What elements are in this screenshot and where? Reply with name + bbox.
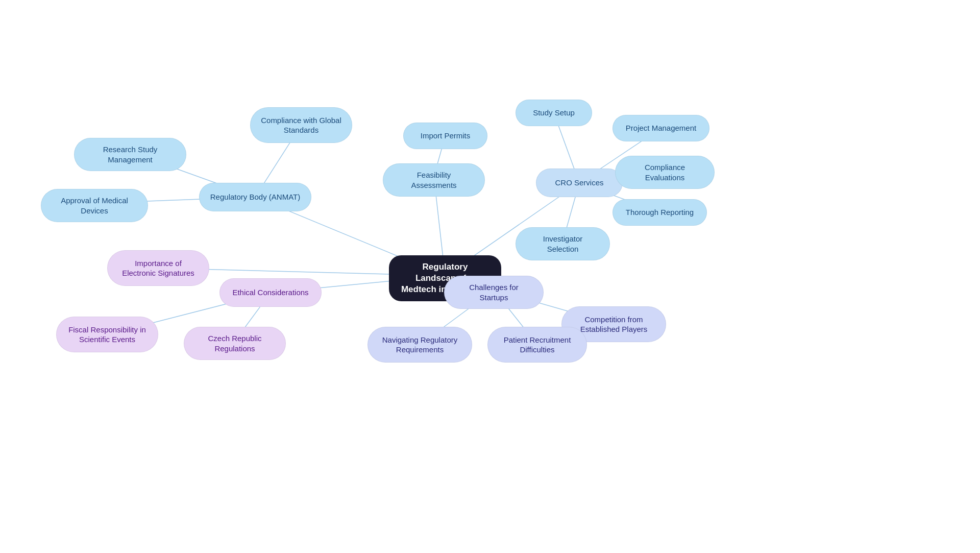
- node-feasibility: Feasibility Assessments: [383, 163, 485, 197]
- node-challenges_startups: Challenges for Startups: [444, 276, 544, 309]
- node-importance_electronic: Importance of Electronic Signatures: [107, 250, 209, 286]
- node-label-fiscal_responsibility: Fiscal Responsibility in Scientific Even…: [67, 325, 148, 345]
- node-czech_republic: Czech Republic Regulations: [184, 327, 286, 360]
- node-label-regulatory_body: Regulatory Body (ANMAT): [210, 192, 300, 202]
- node-label-study_setup: Study Setup: [533, 108, 575, 118]
- node-compliance_global: Compliance with Global Standards: [250, 107, 352, 143]
- node-label-research_study: Research Study Management: [85, 145, 176, 164]
- node-label-cro_services: CRO Services: [555, 178, 603, 188]
- node-label-project_management: Project Management: [626, 123, 696, 133]
- node-approval_medical: Approval of Medical Devices: [41, 189, 148, 222]
- node-label-import_permits: Import Permits: [421, 131, 471, 141]
- node-patient_recruitment: Patient Recruitment Difficulties: [487, 327, 587, 363]
- node-regulatory_body: Regulatory Body (ANMAT): [199, 183, 311, 211]
- mindmap-container: Regulatory Landscape for Medtech in Arge…: [0, 0, 980, 553]
- node-label-feasibility: Feasibility Assessments: [394, 170, 474, 190]
- node-cro_services: CRO Services: [536, 169, 623, 197]
- node-label-patient_recruitment: Patient Recruitment Difficulties: [498, 335, 576, 355]
- node-thorough_reporting: Thorough Reporting: [612, 199, 707, 226]
- node-investigator_selection: Investigator Selection: [516, 227, 610, 260]
- node-label-investigator_selection: Investigator Selection: [526, 234, 599, 254]
- node-label-competition: Competition from Established Players: [572, 315, 655, 334]
- node-label-importance_electronic: Importance of Electronic Signatures: [118, 258, 199, 278]
- node-import_permits: Import Permits: [403, 123, 487, 149]
- node-ethical_considerations: Ethical Considerations: [219, 278, 322, 307]
- node-compliance_eval: Compliance Evaluations: [615, 156, 715, 189]
- node-research_study: Research Study Management: [74, 138, 186, 171]
- node-navigating_regulatory: Navigating Regulatory Requirements: [368, 327, 472, 363]
- node-project_management: Project Management: [612, 115, 709, 141]
- node-label-czech_republic: Czech Republic Regulations: [194, 333, 275, 353]
- node-label-thorough_reporting: Thorough Reporting: [626, 207, 694, 218]
- node-label-ethical_considerations: Ethical Considerations: [232, 287, 308, 298]
- node-study_setup: Study Setup: [516, 100, 592, 126]
- node-label-approval_medical: Approval of Medical Devices: [52, 196, 137, 215]
- node-label-navigating_regulatory: Navigating Regulatory Requirements: [378, 335, 461, 355]
- node-label-challenges_startups: Challenges for Startups: [455, 282, 533, 302]
- node-label-compliance_eval: Compliance Evaluations: [626, 162, 704, 182]
- node-label-compliance_global: Compliance with Global Standards: [261, 115, 341, 135]
- node-fiscal_responsibility: Fiscal Responsibility in Scientific Even…: [56, 317, 158, 352]
